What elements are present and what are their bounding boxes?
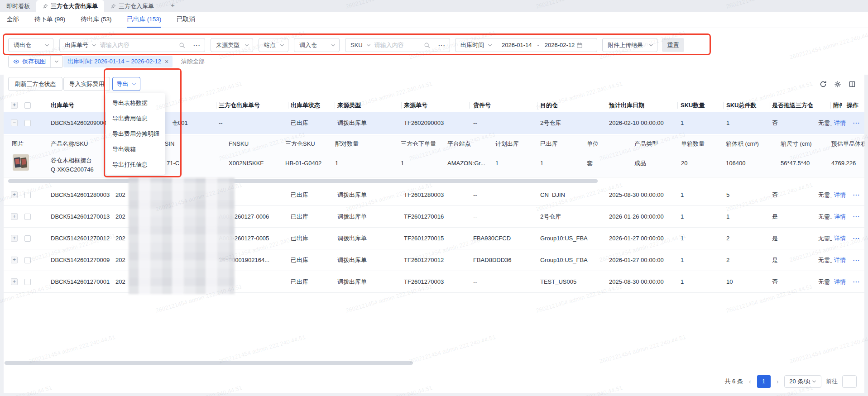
cell-destination: Group10:US_FBA [540, 249, 588, 271]
row-checkbox[interactable] [24, 257, 31, 263]
refresh-table-icon[interactable] [820, 81, 827, 88]
expand-row-toggle[interactable]: + [11, 235, 18, 242]
row-checkbox[interactable] [24, 120, 31, 126]
export-menu-item[interactable]: 导出费用信息 [106, 111, 165, 126]
cell-status: 已出库 [291, 206, 308, 227]
goto-page-input[interactable] [842, 375, 857, 388]
col-header-source-no[interactable]: 来源单号 [404, 99, 427, 112]
detail-link[interactable]: 详情 [834, 235, 846, 242]
status-tab-bar: 全部 待下单 (99) 待出库 (53) 已出库 (153) 已取消 [0, 12, 868, 28]
more-actions-icon[interactable]: ··· [853, 191, 860, 198]
tab-inbound-orders[interactable]: 三方仓入库单 [104, 0, 160, 12]
detail-link[interactable]: 详情 [834, 119, 846, 126]
row-checkbox[interactable] [24, 214, 31, 220]
select-all-checkbox[interactable] [24, 102, 31, 109]
header-divider [606, 102, 606, 109]
search-icon[interactable] [424, 42, 430, 48]
save-view-dropdown-toggle[interactable] [50, 56, 62, 67]
filter-site-select[interactable]: 站点 [259, 38, 288, 52]
status-tab-pending-outbound[interactable]: 待出库 (53) [81, 12, 111, 28]
col-header-expected-date[interactable]: 预计出库日期 [609, 99, 644, 112]
cell-source-no: TF2601280003 [404, 184, 444, 205]
row-checkbox[interactable] [24, 192, 31, 198]
export-button[interactable]: 导出 [112, 77, 140, 91]
chip-close-icon[interactable]: × [165, 58, 168, 65]
export-menu-item[interactable]: 导出打托信息 [106, 157, 165, 172]
status-tab-all[interactable]: 全部 [7, 12, 19, 28]
col-header-tp-order-no[interactable]: 三方仓出库单号 [219, 99, 260, 112]
status-tab-cancelled[interactable]: 已取消 [177, 12, 195, 28]
page-size-select[interactable]: 20 条/页 [784, 375, 821, 388]
next-page-button[interactable]: › [775, 378, 780, 385]
more-actions-icon[interactable]: ··· [853, 257, 860, 263]
col-header-status[interactable]: 出库单状态 [291, 99, 320, 112]
tab-outbound-orders[interactable]: 三方仓大货出库单 [36, 0, 104, 12]
filter-source-type-select[interactable]: 来源类型 [211, 38, 253, 52]
more-actions-icon[interactable]: ··· [853, 278, 860, 285]
page-number-button[interactable]: 1 [757, 375, 771, 388]
detail-link[interactable]: 详情 [834, 213, 846, 220]
filter-order-field-select[interactable]: 出库单号 [60, 41, 91, 49]
export-menu-item[interactable]: 导出费用分摊明细 [106, 126, 165, 142]
date-start-value[interactable]: 2026-01-14 [502, 42, 532, 48]
detail-horizontal-scrollbar[interactable] [8, 179, 598, 183]
refresh-third-party-status-button[interactable]: 刷新三方仓状态 [8, 77, 62, 91]
filter-warehouse-in-select[interactable]: 调入仓 [294, 38, 340, 52]
col-header-order-no[interactable]: 出库单号 [51, 99, 74, 112]
collapse-row-toggle[interactable]: − [11, 119, 18, 126]
expand-all-toggle[interactable]: + [11, 102, 18, 109]
col-header-sku-total[interactable]: SKU总件数 [726, 99, 756, 112]
detail-col-unit: 单位 [587, 135, 599, 150]
more-actions-icon[interactable]: ··· [853, 119, 860, 126]
table-horizontal-scrollbar[interactable] [5, 361, 413, 365]
cell-attachment: 无需上传 [818, 112, 834, 134]
more-actions-icon[interactable]: ··· [853, 235, 860, 242]
filter-time-field-select[interactable]: 出库时间 [456, 41, 487, 49]
row-checkbox[interactable] [24, 279, 31, 285]
status-tab-outbound-done[interactable]: 已出库 (153) [127, 12, 162, 28]
save-view-button[interactable]: 保存视图 [8, 55, 63, 68]
import-actual-cost-button[interactable]: 导入实际费用 [63, 77, 110, 91]
column-config-book-icon[interactable] [849, 81, 856, 88]
order-no-search-input[interactable] [100, 42, 175, 48]
sku-more-button[interactable]: ··· [434, 42, 450, 48]
product-image[interactable] [13, 154, 29, 171]
cell-pushed: 否 [772, 271, 778, 292]
col-header-source-type[interactable]: 来源类型 [337, 99, 361, 112]
export-menu-item[interactable]: 导出表格数据 [106, 95, 165, 111]
expand-row-toggle[interactable]: + [11, 278, 18, 285]
export-menu-item[interactable]: 导出装箱 [106, 142, 165, 157]
col-header-operation[interactable]: 操作 [842, 99, 864, 112]
expand-row-toggle[interactable]: + [11, 191, 18, 198]
prev-page-button[interactable]: ‹ [748, 378, 753, 385]
status-tab-pending-order[interactable]: 待下单 (99) [34, 12, 65, 28]
order-no-more-button[interactable]: ··· [189, 42, 205, 48]
reset-button[interactable]: 重置 [662, 38, 684, 52]
col-header-destination[interactable]: 目的仓 [540, 99, 558, 112]
detail-link[interactable]: 详情 [834, 191, 846, 198]
detail-link[interactable]: 详情 [834, 278, 846, 285]
more-actions-icon[interactable]: ··· [853, 213, 860, 220]
date-end-value[interactable]: 2026-02-12 [545, 42, 575, 48]
new-tab-button[interactable]: + [170, 1, 179, 11]
cell-status: 已出库 [291, 228, 308, 249]
export-dropdown-menu: 导出表格数据 导出费用信息 导出费用分摊明细 导出装箱 导出打托信息 [106, 93, 165, 175]
col-header-sku-qty[interactable]: SKU数量 [681, 99, 705, 112]
clear-all-filters-button[interactable]: 清除全部 [181, 56, 205, 67]
calendar-icon[interactable] [576, 42, 583, 48]
filter-warehouse-out-select[interactable]: 调出仓 [8, 38, 53, 52]
detail-link[interactable]: 详情 [834, 257, 846, 263]
settings-gear-icon[interactable] [834, 81, 841, 88]
row-checkbox[interactable] [24, 235, 31, 242]
expand-row-toggle[interactable]: + [11, 257, 18, 263]
filter-sku-field-select[interactable]: SKU [345, 42, 365, 48]
expand-row-toggle[interactable]: + [11, 213, 18, 220]
search-icon[interactable] [179, 42, 185, 48]
filter-attachment-result-select[interactable]: 附件上传结果 [602, 38, 657, 52]
col-header-attachment[interactable]: 附件 [833, 99, 843, 112]
col-header-shipment-no[interactable]: 货件号 [473, 99, 491, 112]
tab-dashboard[interactable]: 即时看板 [0, 0, 36, 12]
cell-attachment: 无需上传 [818, 249, 834, 271]
sku-search-input[interactable] [374, 42, 420, 48]
col-header-pushed[interactable]: 是否推送三方仓 [772, 99, 813, 112]
